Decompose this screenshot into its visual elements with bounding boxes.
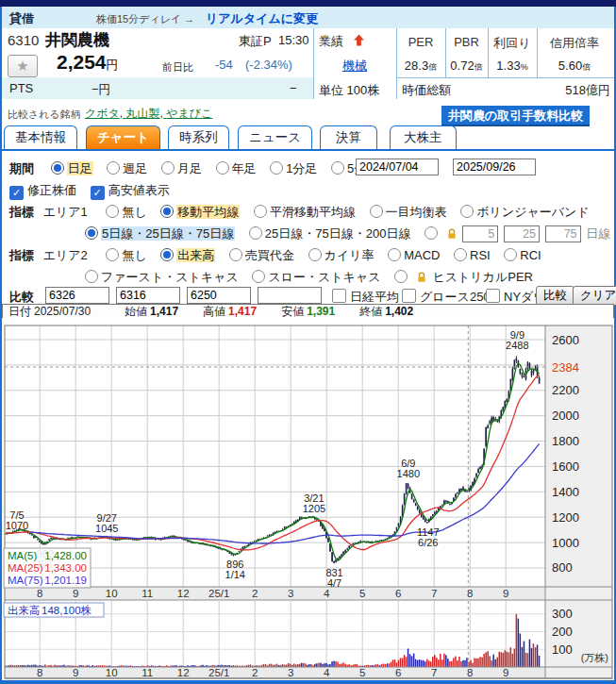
- indicator-label: 指標: [9, 205, 34, 219]
- trading-unit: 単位 100株: [319, 82, 379, 99]
- open-label: 始値: [125, 304, 147, 320]
- area1-option-custom-ma[interactable]: [425, 226, 441, 241]
- exchange-label: 東証P: [239, 33, 272, 50]
- compare-input-2[interactable]: [116, 287, 180, 304]
- area1-option-ma[interactable]: 移動平均線: [160, 205, 240, 219]
- period-option-yearly[interactable]: 年足: [216, 161, 257, 175]
- svg-text:6: 6: [395, 667, 401, 678]
- custom-ma2-input[interactable]: [504, 225, 540, 242]
- pts-price: −円: [92, 81, 111, 98]
- svg-text:8: 8: [37, 667, 42, 678]
- checkbox-icon: [402, 289, 416, 303]
- area2-option-macd[interactable]: MACD: [388, 248, 440, 262]
- volume-layer: [5, 614, 541, 667]
- area1-option-ema[interactable]: 平滑移動平均線: [254, 205, 356, 219]
- area2-option-turnover[interactable]: 売買代金: [229, 248, 294, 262]
- area2-option-slow-stochastics[interactable]: スロー・ストキャス: [252, 270, 380, 284]
- candles-layer: [5, 356, 541, 563]
- area2-option-volume[interactable]: 出来高: [160, 248, 215, 262]
- checkbox-icon: [332, 289, 346, 303]
- radio-icon: [85, 226, 98, 240]
- stock-chart-svg[interactable]: 2600220020001800160014001200100080023843…: [2, 318, 614, 681]
- radio-icon: [331, 161, 344, 175]
- radio-icon: [388, 248, 401, 261]
- performance-label: 業績: [319, 33, 343, 50]
- svg-text:2384: 2384: [552, 360, 579, 375]
- area1-option-ma-25-75-200[interactable]: 25日線・75日線・200日線: [249, 226, 411, 241]
- date-to-input[interactable]: [453, 158, 536, 175]
- tab-financials[interactable]: 決算: [320, 125, 377, 149]
- svg-text:7: 7: [431, 588, 437, 599]
- area1-option-ichimoku[interactable]: 一目均衡表: [370, 205, 447, 219]
- checkbox-icon: [486, 289, 500, 303]
- svg-text:7: 7: [431, 667, 437, 678]
- period-row: 期間 日足 週足 月足 年足 1分足 5分足: [2, 160, 614, 177]
- divider: [396, 28, 397, 99]
- area2-option-none[interactable]: 無し: [106, 248, 146, 262]
- radio-icon: [161, 161, 175, 175]
- sector-link[interactable]: 機械: [342, 58, 367, 73]
- high-value: 1,417: [228, 305, 257, 318]
- svg-text:1800: 1800: [552, 434, 579, 448]
- radio-icon: [425, 226, 438, 240]
- divider: [488, 28, 489, 77]
- svg-text:11: 11: [142, 667, 153, 678]
- compare-input-3[interactable]: [187, 287, 251, 304]
- area2-option-kairi[interactable]: カイリ率: [308, 248, 375, 262]
- ma-legend: MA(5)1,428.00MA(25)1,343.00MA(75)1,201.1…: [4, 548, 91, 588]
- tab-major-holders[interactable]: 大株主: [390, 125, 457, 149]
- chart-info-bar: 日付 2025/07/30 始値 1,417 高値 1,417 安値 1,391…: [2, 304, 614, 318]
- period-option-weekly[interactable]: 週足: [107, 161, 147, 175]
- favorite-star-button[interactable]: ★: [8, 55, 38, 77]
- area1-option-ma-5-25-75[interactable]: 5日線・25日線・75日線: [85, 226, 235, 241]
- tab-time-series[interactable]: 時系列: [168, 125, 229, 149]
- date-from-input[interactable]: [356, 158, 439, 175]
- metric-value-yield: 1.33%: [488, 58, 537, 73]
- compared-stock-link[interactable]: クボタ: [85, 107, 120, 120]
- period-option-daily[interactable]: 日足: [51, 161, 93, 175]
- top-navy-bar: [0, 0, 616, 7]
- fee-comparison-button[interactable]: 井関農の取引手数料比較: [441, 106, 590, 126]
- area2-option-rci[interactable]: RCI: [504, 248, 541, 262]
- compare-input-4[interactable]: [258, 287, 322, 304]
- chart-area[interactable]: 2600220020001800160014001200100080023843…: [2, 318, 614, 681]
- compare-button[interactable]: 比較: [536, 286, 574, 306]
- adjusted-price-checkbox[interactable]: 修正株価: [9, 183, 76, 197]
- svg-text:5: 5: [359, 667, 365, 678]
- tab-news[interactable]: ニュース: [238, 125, 312, 149]
- checkbox-icon: [91, 186, 105, 200]
- area2-option-rsi[interactable]: RSI: [454, 248, 491, 262]
- svg-text:MA(5): MA(5): [8, 550, 37, 561]
- compare-input-1[interactable]: [45, 287, 109, 304]
- radio-icon: [270, 161, 283, 175]
- tab-basic-info[interactable]: 基本情報: [4, 125, 77, 149]
- indicator-area2-row: 指標 エリア2 無し 出来高 売買代金 カイリ率 MACD RSI RCI: [2, 247, 614, 264]
- period-option-1min[interactable]: 1分足: [270, 161, 317, 175]
- radio-icon: [454, 248, 467, 261]
- clear-button[interactable]: クリア: [573, 286, 616, 306]
- svg-text:1070: 1070: [6, 520, 28, 531]
- performance-up-arrow-icon: [353, 33, 365, 50]
- tab-chart[interactable]: チャート: [86, 125, 160, 149]
- svg-text:MA(25): MA(25): [8, 562, 43, 574]
- compared-stock-link[interactable]: やまびこ: [160, 107, 213, 120]
- custom-ma3-input[interactable]: [545, 225, 581, 242]
- area1-option-none[interactable]: 無し: [106, 205, 146, 219]
- area2-option-fast-stochastics[interactable]: ファースト・ストキャス: [85, 270, 239, 284]
- period-option-monthly[interactable]: 月足: [161, 161, 202, 175]
- radio-icon: [160, 248, 174, 261]
- historical-per-label: ヒストリカルPER: [432, 270, 533, 284]
- area1-option-bollinger[interactable]: ボリンジャーバンド: [460, 205, 589, 219]
- display-options-row: 修正株価 高安値表示: [2, 182, 614, 200]
- svg-text:12: 12: [177, 588, 190, 599]
- svg-text:1,343.00: 1,343.00: [44, 562, 87, 574]
- radio-icon: [107, 161, 120, 175]
- radio-icon: [216, 161, 229, 175]
- high-low-checkbox[interactable]: 高安値表示: [91, 183, 170, 197]
- svg-text:100: 100: [552, 642, 573, 657]
- area2-option-historical-per[interactable]: [394, 270, 410, 284]
- compared-stock-link[interactable]: 丸山製: [120, 107, 160, 120]
- custom-ma1-input[interactable]: [462, 225, 498, 242]
- realtime-link[interactable]: リアルタイムに変更: [206, 10, 318, 27]
- metric-value-pbr: 0.72倍: [445, 58, 488, 74]
